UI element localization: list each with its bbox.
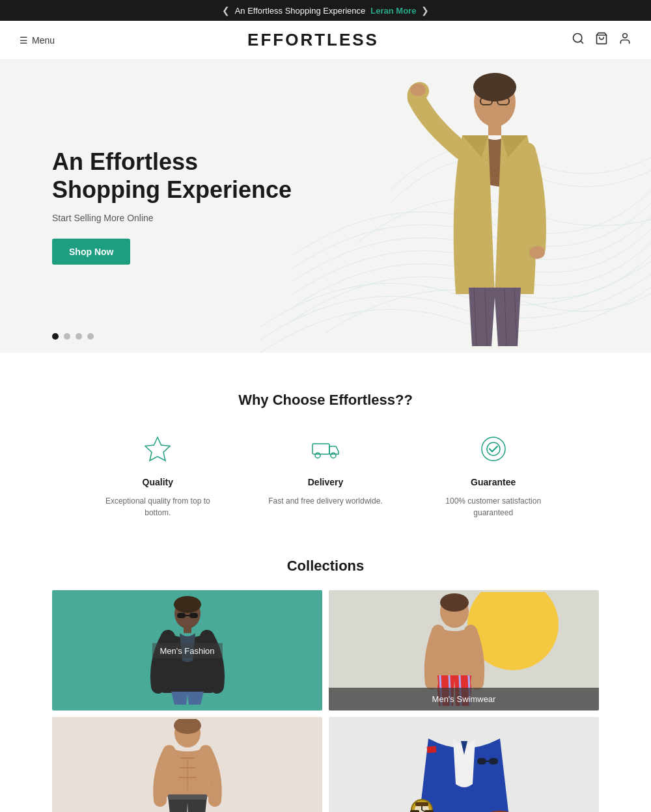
- header: ☰ Menu EFFORTLESS: [0, 21, 651, 60]
- logo[interactable]: EFFORTLESS: [247, 30, 379, 50]
- announcement-text: An Effortless Shopping Experience: [235, 6, 366, 16]
- collection-item-mens-underwear[interactable]: Men's Underwear: [52, 717, 322, 812]
- account-icon[interactable]: [618, 32, 631, 48]
- hero-content: An Effortless Shopping Experience Start …: [52, 148, 292, 265]
- hero-dots: [52, 333, 94, 340]
- header-icons: [572, 32, 631, 48]
- menu-label: Menu: [32, 35, 55, 46]
- delivery-icon: [311, 435, 340, 469]
- hero-dot-1[interactable]: [52, 333, 59, 340]
- svg-rect-35: [427, 677, 436, 683]
- svg-rect-24: [177, 613, 186, 618]
- svg-point-23: [174, 596, 201, 613]
- quality-title: Quality: [143, 477, 173, 487]
- collections-grid: Men's Fashion: [52, 590, 599, 812]
- mens-accessories-bg: [329, 717, 599, 812]
- mens-swimwear-label: Men's Swimwear: [329, 688, 599, 710]
- svg-rect-56: [424, 810, 434, 813]
- hero-subtitle: Start Selling More Online: [52, 213, 292, 223]
- collections-section: Collections: [0, 545, 651, 812]
- collections-title: Collections: [52, 558, 599, 575]
- svg-rect-17: [312, 444, 329, 454]
- why-title: Why Choose Effortless??: [52, 392, 599, 409]
- svg-point-11: [529, 246, 545, 259]
- learn-more-link[interactable]: Leran More: [370, 6, 416, 16]
- svg-rect-36: [473, 677, 482, 683]
- prev-arrow[interactable]: ❮: [222, 5, 230, 16]
- svg-rect-43: [168, 794, 207, 800]
- mens-underwear-bg: [52, 717, 322, 812]
- why-feature-quality: Quality Exceptional quality from top to …: [99, 435, 216, 519]
- hamburger-icon: ☰: [20, 35, 28, 46]
- delivery-desc: Fast and free delivery worldwide.: [268, 495, 382, 507]
- search-icon[interactable]: [572, 32, 585, 48]
- why-features: Quality Exceptional quality from top to …: [52, 435, 599, 519]
- collection-item-mens-accessories[interactable]: Men's Accessories: [329, 717, 599, 812]
- next-arrow[interactable]: ❯: [421, 5, 429, 16]
- svg-point-20: [482, 437, 505, 461]
- svg-point-10: [410, 83, 426, 96]
- svg-line-1: [581, 41, 583, 44]
- hero-dot-3[interactable]: [76, 333, 82, 340]
- delivery-title: Delivery: [308, 477, 343, 487]
- announcement-bar: ❮ An Effortless Shopping Experience Lera…: [0, 0, 651, 21]
- collection-item-mens-swimwear[interactable]: Men's Swimwear: [329, 590, 599, 710]
- why-feature-delivery: Delivery Fast and free delivery worldwid…: [268, 435, 382, 519]
- svg-point-30: [440, 593, 469, 612]
- why-section: Why Choose Effortless?? Quality Exceptio…: [0, 353, 651, 545]
- shop-now-button[interactable]: Shop Now: [52, 239, 130, 265]
- svg-rect-52: [477, 758, 486, 765]
- svg-point-3: [623, 34, 628, 38]
- hero-dot-4[interactable]: [87, 333, 94, 340]
- cart-icon[interactable]: [595, 32, 608, 48]
- hero-title: An Effortless Shopping Experience: [52, 148, 292, 204]
- hero-person-figure: [404, 66, 586, 346]
- guarantee-icon: [479, 435, 508, 469]
- svg-rect-9: [488, 124, 501, 135]
- svg-point-18: [315, 453, 320, 458]
- menu-button[interactable]: ☰ Menu: [20, 35, 55, 46]
- hero-dot-2[interactable]: [64, 333, 70, 340]
- svg-rect-44: [426, 746, 436, 753]
- guarantee-title: Guarantee: [471, 477, 516, 487]
- svg-rect-25: [189, 613, 198, 618]
- svg-marker-16: [145, 437, 170, 461]
- why-feature-guarantee: Guarantee 100% customer satisfaction gua…: [435, 435, 552, 519]
- svg-point-5: [473, 73, 516, 102]
- star-icon: [143, 435, 172, 469]
- mens-fashion-label: Men's Fashion: [152, 643, 222, 658]
- hero-section: An Effortless Shopping Experience Start …: [0, 60, 651, 353]
- svg-rect-27: [184, 627, 191, 633]
- quality-desc: Exceptional quality from top to bottom.: [99, 495, 216, 519]
- guarantee-desc: 100% customer satisfaction guaranteed: [435, 495, 552, 519]
- svg-rect-49: [415, 802, 428, 806]
- collection-item-mens-fashion[interactable]: Men's Fashion: [52, 590, 322, 710]
- svg-rect-55: [410, 810, 419, 813]
- svg-rect-53: [489, 758, 498, 765]
- svg-point-19: [331, 453, 336, 458]
